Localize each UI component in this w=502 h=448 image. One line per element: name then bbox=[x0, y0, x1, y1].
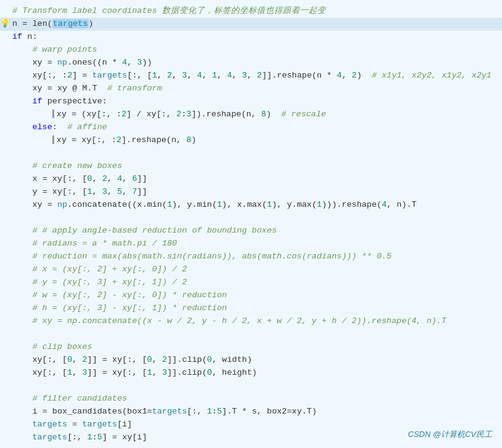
line-content-13: # create new boxes bbox=[10, 160, 495, 173]
line-6: xy[:, :2] = targets[:, [1, 2, 3, 4, 1, 4… bbox=[0, 70, 502, 82]
line-32: i = box_candidates(box1=targets[:, 1:5].… bbox=[0, 406, 502, 418]
line-content-24: # h = (xy[:, 3] - xy[:, 1]) * reduction bbox=[10, 302, 495, 315]
line-content-blank-4 bbox=[10, 380, 495, 393]
watermark: CSDN @计算机CV民工 bbox=[408, 428, 492, 441]
line-content-6: xy[:, :2] = targets[:, [1, 2, 3, 4, 1, 4… bbox=[10, 70, 495, 82]
line-24: # h = (xy[:, 3] - xy[:, 1]) * reduction bbox=[0, 302, 502, 315]
line-content-16: xy = np.concatenate((x.min(1), y.min(1),… bbox=[10, 199, 495, 212]
line-content-15: y = xy[:, [1, 3, 5, 7]] bbox=[10, 186, 495, 199]
line-content-8: if perspective: bbox=[10, 95, 495, 108]
line-9: xy = (xy[:, :2] / xy[:, 2:3]).reshape(n,… bbox=[0, 108, 502, 121]
line-25: # xy = np.concatenate((x - w / 2, y - h … bbox=[0, 315, 502, 328]
line-content-25: # xy = np.concatenate((x - w / 2, y - h … bbox=[10, 315, 495, 328]
line-content-blank-1 bbox=[10, 147, 495, 160]
line-7: xy = xy @ M.T # transform bbox=[0, 82, 502, 95]
line-content-19: # radians = a * math.pi / 180 bbox=[10, 238, 495, 250]
line-content-3: if n: bbox=[10, 31, 495, 44]
line-content-32: i = box_candidates(box1=targets[:, 1:5].… bbox=[10, 406, 495, 418]
line-1: # Transform label coordinates 数据变化了，标签的坐… bbox=[0, 5, 502, 18]
line-21: # x = (xy[:, 2] + xy[:, 0]) / 2 bbox=[0, 263, 502, 276]
line-indicator-2: 💡 bbox=[0, 18, 10, 30]
line-27: # clip boxes bbox=[0, 341, 502, 354]
line-content-18: # # apply angle-based reduction of bound… bbox=[10, 225, 495, 238]
line-8: if perspective: bbox=[0, 95, 502, 108]
line-29: xy[:, [1, 3]] = xy[:, [1, 3]].clip(0, he… bbox=[0, 367, 502, 380]
code-editor: # Transform label coordinates 数据变化了，标签的坐… bbox=[0, 0, 502, 448]
line-content-21: # x = (xy[:, 2] + xy[:, 0]) / 2 bbox=[10, 263, 495, 276]
line-content-14: x = xy[:, [0, 2, 4, 6]] bbox=[10, 173, 495, 186]
line-content-2: n = len(targets) bbox=[10, 18, 495, 31]
line-blank-2 bbox=[0, 212, 502, 225]
line-content-22: # y = (xy[:, 3] + xy[:, 1]) / 2 bbox=[10, 276, 495, 289]
line-content-7: xy = xy @ M.T # transform bbox=[10, 82, 495, 95]
line-content-4: # warp points bbox=[10, 44, 495, 57]
line-content-9: xy = (xy[:, :2] / xy[:, 2:3]).reshape(n,… bbox=[10, 108, 495, 121]
line-4: # warp points bbox=[0, 44, 502, 57]
line-20: # reduction = max(abs(math.sin(radians))… bbox=[0, 250, 502, 263]
line-content-23: # w = (xy[:, 2] - xy[:, 0]) * reduction bbox=[10, 289, 495, 302]
line-19: # radians = a * math.pi / 180 bbox=[0, 238, 502, 250]
line-16: xy = np.concatenate((x.min(1), y.min(1),… bbox=[0, 199, 502, 212]
line-content-11: xy = xy[:, :2].reshape(n, 8) bbox=[10, 134, 495, 147]
line-18: # # apply angle-based reduction of bound… bbox=[0, 225, 502, 238]
line-14: x = xy[:, [0, 2, 4, 6]] bbox=[0, 173, 502, 186]
line-content-10: else: # affine bbox=[10, 121, 495, 134]
line-31: # filter candidates bbox=[0, 393, 502, 406]
line-blank-3 bbox=[0, 328, 502, 341]
line-28: xy[:, [0, 2]] = xy[:, [0, 2]].clip(0, wi… bbox=[0, 354, 502, 367]
line-blank-4 bbox=[0, 380, 502, 393]
line-3: if n: bbox=[0, 31, 502, 44]
line-5: xy = np.ones((n * 4, 3)) bbox=[0, 57, 502, 70]
line-11: xy = xy[:, :2].reshape(n, 8) bbox=[0, 134, 502, 147]
line-content-blank-3 bbox=[10, 328, 495, 341]
line-content-31: # filter candidates bbox=[10, 393, 495, 406]
line-content-1: # Transform label coordinates 数据变化了，标签的坐… bbox=[10, 5, 495, 18]
line-15: y = xy[:, [1, 3, 5, 7]] bbox=[0, 186, 502, 199]
line-content-27: # clip boxes bbox=[10, 341, 495, 354]
line-blank-1 bbox=[0, 147, 502, 160]
line-13: # create new boxes bbox=[0, 160, 502, 173]
line-content-5: xy = np.ones((n * 4, 3)) bbox=[10, 57, 495, 70]
line-22: # y = (xy[:, 3] + xy[:, 1]) / 2 bbox=[0, 276, 502, 289]
line-10: else: # affine bbox=[0, 121, 502, 134]
line-23: # w = (xy[:, 2] - xy[:, 0]) * reduction bbox=[0, 289, 502, 302]
line-2: 💡 n = len(targets) bbox=[0, 18, 502, 31]
line-content-29: xy[:, [1, 3]] = xy[:, [1, 3]].clip(0, he… bbox=[10, 367, 495, 380]
line-content-20: # reduction = max(abs(math.sin(radians))… bbox=[10, 250, 495, 263]
line-content-blank-2 bbox=[10, 212, 495, 225]
line-content-28: xy[:, [0, 2]] = xy[:, [0, 2]].clip(0, wi… bbox=[10, 354, 495, 367]
